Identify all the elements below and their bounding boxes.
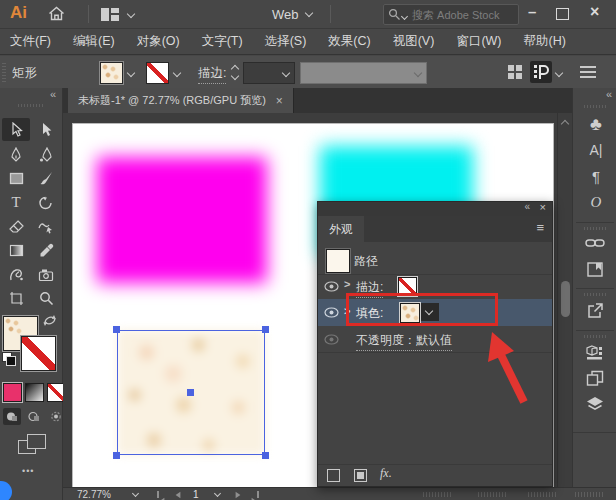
menu-item-type[interactable]: 文字(T) bbox=[202, 33, 243, 50]
menu-item-effect[interactable]: 效果(C) bbox=[328, 33, 370, 50]
cc-libraries-panel-icon[interactable] bbox=[585, 236, 605, 250]
panel-close-icon[interactable]: × bbox=[540, 201, 546, 213]
panel-header[interactable]: « × bbox=[318, 202, 552, 217]
selection-center-point[interactable] bbox=[187, 389, 194, 396]
asset-export-panel-icon[interactable] bbox=[585, 344, 605, 362]
edit-toolbar-ellipsis-icon[interactable]: ••• bbox=[22, 466, 34, 476]
color-button[interactable] bbox=[3, 383, 22, 402]
menu-item-file[interactable]: 文件(F) bbox=[10, 33, 51, 50]
selection-tool[interactable] bbox=[2, 118, 30, 141]
hscroll-grip-4[interactable] bbox=[575, 492, 603, 497]
artboard-number[interactable]: 1 bbox=[193, 489, 199, 500]
tools-collapse-icon[interactable]: « bbox=[50, 88, 56, 100]
close-window-button[interactable]: × bbox=[590, 3, 599, 21]
last-artboard-icon[interactable] bbox=[251, 491, 259, 500]
brushes-panel-icon[interactable]: ♣ bbox=[573, 114, 616, 135]
graph-tool[interactable] bbox=[32, 263, 60, 286]
search-box[interactable]: 搜索 Adobe Stock bbox=[383, 4, 519, 25]
stroke-weight-stepper[interactable] bbox=[230, 63, 240, 81]
fill-color-swatch[interactable] bbox=[100, 62, 123, 84]
stroke-visibility-eye-icon[interactable] bbox=[324, 281, 339, 292]
hscroll-grip-3[interactable] bbox=[528, 492, 556, 497]
default-fill-stroke-icon[interactable] bbox=[2, 352, 16, 366]
maximize-button[interactable] bbox=[556, 8, 569, 20]
stroke-color-swatch[interactable] bbox=[146, 62, 169, 84]
layers-panel-icon[interactable] bbox=[586, 396, 604, 412]
zoom-tool[interactable] bbox=[32, 287, 60, 310]
document-setup-icon[interactable] bbox=[508, 65, 522, 79]
first-artboard-icon[interactable] bbox=[157, 491, 165, 500]
magenta-rectangle[interactable] bbox=[97, 157, 267, 283]
vertical-scroll-thumb[interactable] bbox=[561, 281, 570, 317]
selection-handle-nw[interactable] bbox=[113, 326, 120, 333]
panel-menu-icon[interactable]: ≡ bbox=[536, 220, 544, 235]
swap-fill-stroke-icon[interactable] bbox=[42, 314, 58, 327]
new-fill-icon[interactable] bbox=[354, 469, 367, 482]
symbol-sprayer-tool[interactable] bbox=[2, 263, 30, 286]
artboard-nav-chevron-icon[interactable] bbox=[214, 490, 221, 497]
gradient-button[interactable] bbox=[25, 383, 44, 402]
stroke-color-chevron-icon[interactable] bbox=[173, 69, 181, 77]
shaper-tool[interactable] bbox=[32, 215, 60, 238]
panel-collapse-icon[interactable]: « bbox=[524, 201, 530, 212]
home-icon[interactable] bbox=[48, 6, 65, 21]
export-panel-icon[interactable] bbox=[586, 302, 604, 320]
eraser-tool[interactable] bbox=[2, 215, 30, 238]
dock-collapse-icon[interactable]: « bbox=[606, 88, 612, 100]
document-tab[interactable]: 未标题-1* @ 72.77% (RGB/GPU 预览) × bbox=[68, 88, 294, 113]
menu-item-object[interactable]: 对象(O) bbox=[137, 33, 180, 50]
vertical-scrollbar[interactable] bbox=[557, 113, 573, 487]
stroke-proxy-swatch[interactable] bbox=[21, 336, 56, 371]
eyedropper-tool[interactable] bbox=[32, 239, 60, 262]
curvature-tool[interactable] bbox=[32, 143, 60, 166]
selection-handle-se[interactable] bbox=[262, 452, 269, 459]
opentype-panel-icon[interactable]: O bbox=[573, 194, 616, 211]
fill-color-chevron-icon[interactable] bbox=[127, 69, 135, 77]
arrange-documents-chevron-icon[interactable] bbox=[127, 10, 135, 18]
workspace-chevron-icon[interactable] bbox=[305, 9, 313, 17]
menu-item-edit[interactable]: 编辑(E) bbox=[73, 33, 115, 50]
menu-item-help[interactable]: 帮助(H) bbox=[524, 33, 566, 50]
stroke-expand-icon[interactable]: > bbox=[344, 278, 350, 290]
hscroll-grip-2[interactable] bbox=[478, 492, 506, 497]
paragraph-panel-icon[interactable]: ¶ bbox=[573, 168, 616, 185]
workspace-switcher[interactable]: Web bbox=[272, 7, 299, 22]
dock-grip-2[interactable] bbox=[584, 227, 606, 230]
screen-mode-button[interactable] bbox=[18, 434, 46, 456]
rotate-tool[interactable] bbox=[32, 191, 60, 214]
scroll-up-icon[interactable] bbox=[561, 120, 569, 128]
previous-artboard-icon[interactable] bbox=[176, 492, 181, 498]
pen-tool[interactable] bbox=[2, 143, 30, 166]
appearance-tab[interactable]: 外观 bbox=[318, 216, 364, 242]
textured-rectangle[interactable] bbox=[117, 330, 265, 455]
add-effect-fx-icon[interactable]: fx. bbox=[380, 466, 392, 481]
hscroll-grip-1[interactable] bbox=[423, 492, 451, 497]
rectangle-tool[interactable] bbox=[2, 167, 30, 190]
artboard-tool[interactable] bbox=[2, 287, 30, 310]
direct-selection-tool[interactable] bbox=[32, 118, 60, 141]
selection-handle-ne[interactable] bbox=[262, 326, 269, 333]
paintbrush-tool[interactable] bbox=[32, 167, 60, 190]
dock-grip-3[interactable] bbox=[584, 293, 606, 296]
new-stroke-icon[interactable] bbox=[327, 469, 340, 482]
draw-normal-mode-button[interactable] bbox=[3, 408, 21, 425]
zoom-level-chevron-icon[interactable] bbox=[132, 490, 139, 497]
arrange-documents-icon[interactable] bbox=[100, 7, 120, 22]
gradient-tool[interactable] bbox=[2, 239, 30, 262]
menu-item-select[interactable]: 选择(S) bbox=[265, 33, 307, 50]
control-bar-grip[interactable] bbox=[2, 62, 6, 82]
draw-behind-mode-button[interactable] bbox=[25, 408, 43, 425]
menu-item-view[interactable]: 视图(V) bbox=[393, 33, 435, 50]
artboards-panel-icon[interactable] bbox=[586, 370, 604, 387]
options-list-icon[interactable] bbox=[580, 65, 596, 78]
swatches-panel-icon[interactable] bbox=[586, 260, 604, 278]
minimize-button[interactable]: – bbox=[528, 3, 536, 20]
type-tool[interactable]: T bbox=[2, 191, 30, 214]
fill-visibility-eye-icon[interactable] bbox=[324, 307, 339, 318]
dock-grip-1[interactable] bbox=[584, 105, 606, 108]
tools-grip[interactable] bbox=[18, 104, 44, 107]
menu-item-window[interactable]: 窗口(W) bbox=[456, 33, 501, 50]
selection-handle-sw[interactable] bbox=[113, 452, 120, 459]
next-artboard-icon[interactable] bbox=[236, 492, 241, 498]
stroke-weight-label[interactable]: 描边: bbox=[198, 65, 226, 84]
